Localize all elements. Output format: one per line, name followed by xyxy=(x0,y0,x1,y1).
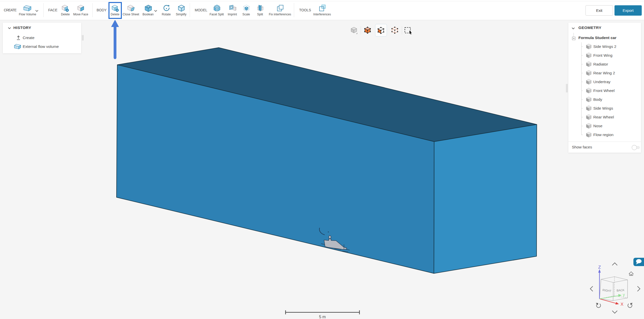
svg-text:Z: Z xyxy=(598,265,601,270)
svg-text:y: y xyxy=(623,293,625,297)
svg-text:RIGHT: RIGHT xyxy=(602,289,612,293)
svg-text:X: X xyxy=(621,302,623,307)
svg-text:5 m: 5 m xyxy=(319,315,326,319)
svg-text:BACK: BACK xyxy=(617,289,625,292)
